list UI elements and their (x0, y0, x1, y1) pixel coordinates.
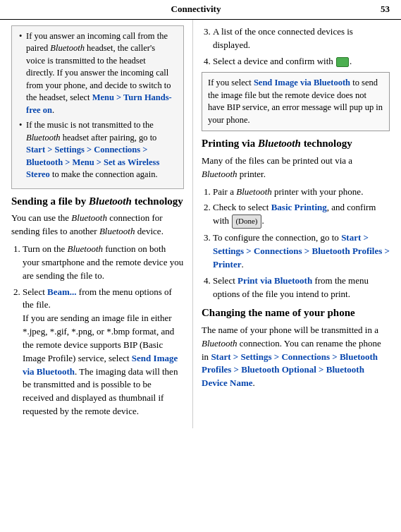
section2-steps: Pair a Bluetooth printer with your phone… (213, 186, 390, 301)
page-title: Connectivity (11, 3, 381, 16)
right-column: A list of the once connected devices is … (193, 20, 401, 428)
section1-heading: Sending a file by Bluetooth technology (11, 195, 184, 209)
section3-body: The name of your phone will be transmitt… (202, 324, 390, 390)
section2-step2: Check to select Basic Printing, and conf… (213, 201, 390, 229)
section1-step1: Turn on the Bluetooth function on both y… (23, 243, 184, 283)
bullet-list: If you answer an incoming call from the … (11, 25, 184, 189)
section2-step3: To configure the connection, go to Start… (213, 231, 390, 272)
bullet-item-2: If the music is not transmitted to the B… (19, 119, 176, 181)
content-area: If you answer an incoming call from the … (0, 20, 401, 428)
section1-step2: Select Beam... from the menu options of … (23, 286, 184, 418)
section2-heading: Printing via Bluetooth technology (202, 137, 390, 151)
done-button: (Done) (232, 214, 261, 229)
section1-intro: You can use the Bluetooth connection for… (11, 212, 184, 238)
page-header: Connectivity 53 (0, 0, 401, 20)
step-4: Select a device and confirm with . (213, 55, 390, 68)
section2-intro: Many of the files can be printed out via… (202, 155, 390, 181)
info-box: If you select Send Image via Bluetooth t… (202, 72, 390, 131)
confirm-icon (336, 57, 349, 67)
left-column: If you answer an incoming call from the … (0, 20, 193, 428)
page-number: 53 (381, 3, 390, 16)
section2-step4: Select Print via Bluetooth from the menu… (213, 274, 390, 301)
section2-step1: Pair a Bluetooth printer with your phone… (213, 186, 390, 199)
info-box-link: Send Image via Bluetooth (254, 78, 350, 87)
section1-steps: Turn on the Bluetooth function on both y… (23, 243, 184, 418)
continued-steps: A list of the once connected devices is … (213, 25, 390, 68)
step-3: A list of the once connected devices is … (213, 25, 390, 52)
section3-heading: Changing the name of your phone (202, 306, 390, 320)
bullet-item-1: If you answer an incoming call from the … (19, 30, 176, 117)
